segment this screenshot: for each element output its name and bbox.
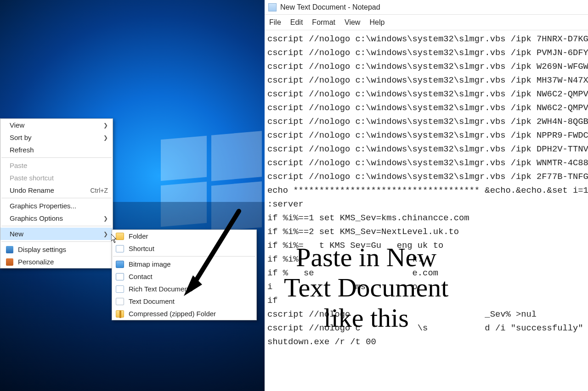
notepad-line: cscript //nologo c:\windows\system32\slm…	[267, 46, 585, 60]
notepad-line: :server	[267, 197, 585, 211]
notepad-title-text: New Text Document - Notepad	[280, 3, 380, 11]
new-zip[interactable]: Compressed (zipped) Folder	[112, 307, 256, 320]
new-folder-label: Folder	[129, 232, 252, 240]
notepad-line: cscript //nologo c:\windows\system32\slm…	[267, 128, 585, 142]
menu-separator	[113, 256, 255, 257]
menu-paste-label: Paste	[10, 162, 108, 169]
notepad-line: cscript //nologo c:\windows\system32\slm…	[267, 60, 585, 73]
menu-graphics-properties[interactable]: Graphics Properties...	[0, 200, 113, 212]
notepad-line: cscript //nologo c:\windows\system32\slm…	[267, 32, 585, 46]
notepad-line: if	[267, 294, 585, 307]
mouse-cursor-icon	[111, 234, 118, 243]
bitmap-icon	[116, 261, 124, 268]
notepad-icon	[268, 3, 277, 11]
menu-gfx-opts-label: Graphics Options	[10, 214, 103, 222]
menu-separator	[1, 226, 112, 226]
zip-icon	[116, 310, 124, 318]
notepad-line: echo ***********************************…	[267, 184, 585, 197]
new-submenu: Folder Shortcut Bitmap image Contact Ric…	[112, 229, 257, 320]
notepad-textarea[interactable]: cscript //nologo c:\windows\system32\slm…	[265, 30, 588, 351]
menu-display-settings[interactable]: Display settings	[0, 243, 113, 256]
menu-undo-shortcut: Ctrl+Z	[90, 187, 108, 194]
menu-graphics-options[interactable]: Graphics Options ❯	[0, 212, 113, 224]
shortcut-icon	[116, 245, 124, 252]
notepad-line: cscript //nologo _Sev% >nul	[267, 307, 585, 321]
new-shortcut[interactable]: Shortcut	[112, 242, 256, 255]
display-icon	[6, 246, 13, 253]
notepad-menubar: File Edit Format View Help	[265, 15, 588, 30]
menu-paste-shortcut: Paste shortcut	[0, 172, 113, 184]
new-bitmap-label: Bitmap image	[129, 260, 252, 268]
notepad-line: cscript //nologo c:\windows\system32\slm…	[267, 170, 585, 184]
new-bitmap[interactable]: Bitmap image	[112, 258, 256, 270]
notepad-line: i ms o	[267, 280, 585, 294]
new-rtf-label: Rich Text Document	[129, 285, 252, 293]
menu-sort-by-label: Sort by	[10, 134, 103, 141]
menu-format[interactable]: Format	[312, 18, 335, 27]
notepad-line: shutdown.exe /r /t 00	[267, 335, 585, 349]
notepad-line: if %i%= t KMS Sev=Gu eng uk to	[267, 239, 585, 252]
notepad-titlebar[interactable]: New Text Document - Notepad	[265, 0, 588, 15]
notepad-window: New Text Document - Notepad File Edit Fo…	[265, 0, 588, 391]
notepad-line: cscript //nologo c:\windows\system32\slm…	[267, 115, 585, 128]
chevron-right-icon: ❯	[103, 215, 108, 222]
chevron-right-icon: ❯	[103, 134, 108, 141]
notepad-line: cscript //nologo c:\windows\system32\slm…	[267, 87, 585, 101]
notepad-line: cscript //nologo c:\windows\system32\slm…	[267, 73, 585, 87]
menu-paste: Paste	[0, 159, 113, 172]
chevron-right-icon: ❯	[103, 231, 108, 237]
notepad-line: if %i%==1 set KMS_Sev=kms.chinancce.com	[267, 211, 585, 225]
notepad-line: cscript //nologo c \s d /i "successfully…	[267, 321, 585, 335]
new-contact-label: Contact	[129, 273, 252, 280]
notepad-line: cscript //nologo c:\windows\system32\slm…	[267, 156, 585, 170]
menu-new-label: New	[10, 230, 103, 238]
desktop-context-menu: View ❯ Sort by ❯ Refresh Paste Paste sho…	[0, 118, 113, 268]
rtf-icon	[116, 285, 124, 293]
menu-separator	[1, 157, 112, 158]
notepad-line: if %i%==2 set KMS_Sev=NextLevel.uk.to	[267, 225, 585, 239]
menu-file[interactable]: File	[269, 18, 281, 27]
menu-sort-by[interactable]: Sort by ❯	[0, 131, 113, 144]
new-contact[interactable]: Contact	[112, 270, 256, 283]
menu-refresh-label: Refresh	[10, 146, 108, 154]
txt-icon	[116, 298, 124, 305]
menu-paste-shortcut-label: Paste shortcut	[10, 174, 108, 182]
chevron-right-icon: ❯	[103, 122, 108, 128]
menu-separator	[1, 198, 112, 198]
notepad-line: if %i% k.	[267, 252, 585, 266]
new-txt-label: Text Document	[129, 297, 252, 305]
menu-personalize[interactable]: Personalize	[0, 256, 113, 268]
new-folder[interactable]: Folder	[112, 230, 256, 242]
new-shortcut-label: Shortcut	[129, 245, 252, 252]
menu-view-np[interactable]: View	[345, 18, 360, 27]
contact-icon	[116, 273, 124, 280]
menu-refresh[interactable]: Refresh	[0, 144, 113, 156]
personalize-icon	[6, 258, 13, 266]
notepad-line: cscript //nologo c:\windows\system32\slm…	[267, 142, 585, 156]
menu-undo-label: Undo Rename	[10, 186, 90, 194]
menu-display-label: Display settings	[18, 246, 108, 253]
new-zip-label: Compressed (zipped) Folder	[129, 310, 252, 318]
menu-view[interactable]: View ❯	[0, 119, 113, 131]
menu-separator	[1, 241, 112, 242]
menu-new[interactable]: New ❯	[0, 228, 113, 240]
menu-gfx-props-label: Graphics Properties...	[10, 202, 108, 210]
menu-edit[interactable]: Edit	[290, 18, 303, 27]
menu-help[interactable]: Help	[369, 18, 384, 27]
notepad-line: cscript //nologo c:\windows\system32\slm…	[267, 101, 585, 115]
notepad-line: if % se e.com	[267, 266, 585, 280]
menu-personalize-label: Personalize	[18, 258, 108, 266]
menu-view-label: View	[10, 121, 103, 129]
new-rtf[interactable]: Rich Text Document	[112, 283, 256, 295]
menu-undo-rename[interactable]: Undo Rename Ctrl+Z	[0, 184, 113, 196]
new-text-document[interactable]: Text Document	[112, 295, 256, 307]
